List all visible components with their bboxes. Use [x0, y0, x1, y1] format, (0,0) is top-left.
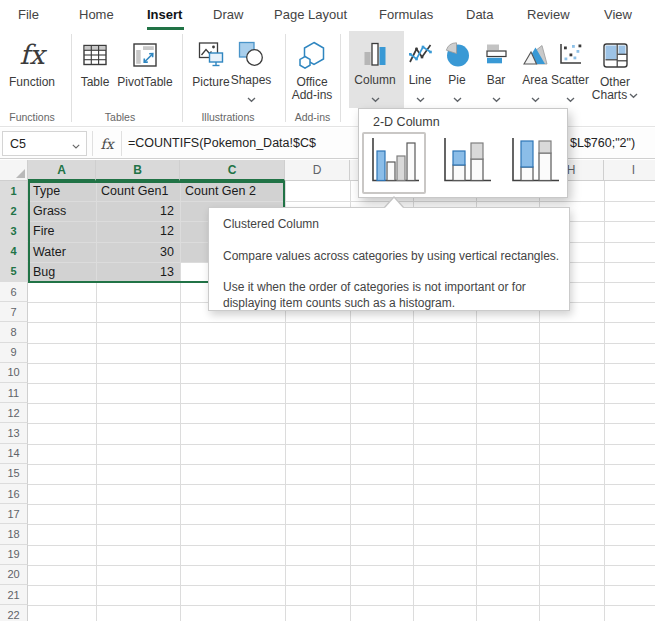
row-header-13[interactable]: 13 — [0, 423, 28, 443]
insert-function-button[interactable]: fx — [92, 131, 122, 156]
formula-input-right-fragment: $L$760;"2") — [570, 128, 635, 159]
tab-draw[interactable]: Draw — [213, 7, 243, 22]
gridline — [28, 464, 655, 465]
row-header-7[interactable]: 7 — [0, 302, 28, 322]
group-label-illustrations: Illustrations — [198, 111, 258, 123]
row-header-21[interactable]: 21 — [0, 585, 28, 605]
row-header-6[interactable]: 6 — [0, 282, 28, 302]
column-header-A[interactable]: A — [28, 160, 96, 181]
row-header-20[interactable]: 20 — [0, 565, 28, 585]
gridline — [28, 403, 655, 404]
row-header-19[interactable]: 19 — [0, 545, 28, 565]
row-header-15[interactable]: 15 — [0, 464, 28, 484]
cell-A1[interactable]: Type — [28, 181, 96, 201]
cell-B5[interactable]: 13 — [96, 262, 180, 282]
row-header-5[interactable]: 5 — [0, 262, 28, 282]
picture-icon — [198, 37, 225, 73]
chevron-down-icon — [566, 89, 575, 107]
cell-A3[interactable]: Fire — [28, 221, 96, 241]
gridline — [28, 545, 655, 546]
tab-insert[interactable]: Insert — [147, 7, 182, 22]
chevron-down-icon — [629, 89, 638, 102]
cell-B4[interactable]: 30 — [96, 242, 180, 262]
row-header-22[interactable]: 22 — [0, 605, 28, 621]
pivottable-button[interactable]: PivotTable — [113, 31, 177, 107]
cell-B2[interactable]: 12 — [96, 201, 180, 221]
tab-page-layout[interactable]: Page Layout — [274, 7, 347, 22]
formula-input[interactable]: =COUNTIFS(Pokemon_Data!$C$ — [128, 128, 316, 159]
bar-chart-label: Bar — [487, 74, 506, 87]
row-header-10[interactable]: 10 — [0, 363, 28, 383]
column-chart-label: Column — [354, 74, 395, 87]
cell-C1[interactable]: Count Gen 2 — [180, 181, 285, 201]
gridline — [28, 524, 655, 525]
chart-type-tooltip: Clustered Column Compare values across c… — [208, 207, 570, 311]
row-header-4[interactable]: 4 — [0, 242, 28, 262]
pivottable-button-label: PivotTable — [117, 76, 172, 89]
row-header-8[interactable]: 8 — [0, 322, 28, 342]
tab-file[interactable]: File — [18, 7, 39, 22]
excel-window: File Home Insert Draw Page Layout Formul… — [0, 0, 655, 621]
gridline — [28, 565, 655, 566]
row-header-2[interactable]: 2 — [0, 201, 28, 221]
tab-formulas[interactable]: Formulas — [379, 7, 433, 22]
cell-B1[interactable]: Count Gen1 — [96, 181, 180, 201]
tab-view[interactable]: View — [604, 7, 632, 22]
other-charts-icon — [602, 37, 629, 73]
option-clustered-column[interactable] — [362, 132, 426, 194]
gridline — [28, 444, 655, 445]
line-chart-label: Line — [409, 74, 432, 87]
column-header-I[interactable]: I — [604, 160, 655, 181]
row-header-3[interactable]: 3 — [0, 221, 28, 241]
shapes-button-label: Shapes — [231, 74, 272, 87]
cell-A5[interactable]: Bug — [28, 262, 96, 282]
gridline — [28, 484, 655, 485]
chevron-down-icon — [453, 89, 462, 107]
column-header-C[interactable]: C — [180, 160, 285, 181]
table-icon — [82, 37, 108, 73]
cell-A4[interactable]: Water — [28, 242, 96, 262]
shapes-button[interactable]: Shapes — [223, 31, 279, 107]
cell-B3[interactable]: 12 — [96, 221, 180, 241]
column-chart-icon — [362, 37, 388, 71]
100-stacked-column-thumbnail-icon — [507, 135, 563, 191]
office-addins-label-line2: Add-ins — [292, 89, 333, 102]
row-header-16[interactable]: 16 — [0, 484, 28, 504]
table-button-label: Table — [81, 76, 110, 89]
select-all-corner[interactable] — [0, 160, 28, 181]
tooltip-title: Clustered Column — [223, 217, 319, 231]
gridline — [28, 585, 655, 586]
tab-review[interactable]: Review — [527, 7, 570, 22]
row-header-1[interactable]: 1 — [0, 181, 28, 201]
pie-chart-icon — [444, 37, 471, 71]
gridline — [28, 423, 655, 424]
tab-home[interactable]: Home — [79, 7, 114, 22]
row-header-11[interactable]: 11 — [0, 383, 28, 403]
tooltip-caret-fill — [385, 198, 403, 208]
gridline — [28, 363, 655, 364]
other-charts-button[interactable]: Other Charts — [587, 31, 643, 107]
pie-chart-label: Pie — [448, 74, 465, 87]
chevron-down-icon[interactable] — [72, 135, 80, 153]
row-header-12[interactable]: 12 — [0, 403, 28, 423]
gridline — [180, 181, 181, 621]
function-button[interactable]: fx Function — [4, 31, 60, 107]
row-header-9[interactable]: 9 — [0, 343, 28, 363]
row-header-17[interactable]: 17 — [0, 504, 28, 524]
option-stacked-column[interactable] — [439, 135, 495, 191]
function-button-label: Function — [9, 76, 55, 89]
scatter-chart-label: Scatter — [551, 74, 589, 87]
pivottable-icon — [132, 37, 158, 73]
column-header-D[interactable]: D — [285, 160, 350, 181]
office-addins-button[interactable]: Office Add-ins — [284, 31, 340, 107]
gridline — [28, 504, 655, 505]
name-box[interactable]: C5 — [2, 131, 87, 156]
tab-data[interactable]: Data — [466, 7, 493, 22]
row-header-14[interactable]: 14 — [0, 444, 28, 464]
column-header-B[interactable]: B — [96, 160, 180, 181]
option-100-stacked-column[interactable] — [507, 135, 563, 191]
tooltip-usage-note: Use it when the order of categories is n… — [223, 279, 555, 311]
chevron-down-icon — [416, 89, 425, 107]
cell-A2[interactable]: Grass — [28, 201, 96, 221]
row-header-18[interactable]: 18 — [0, 524, 28, 544]
